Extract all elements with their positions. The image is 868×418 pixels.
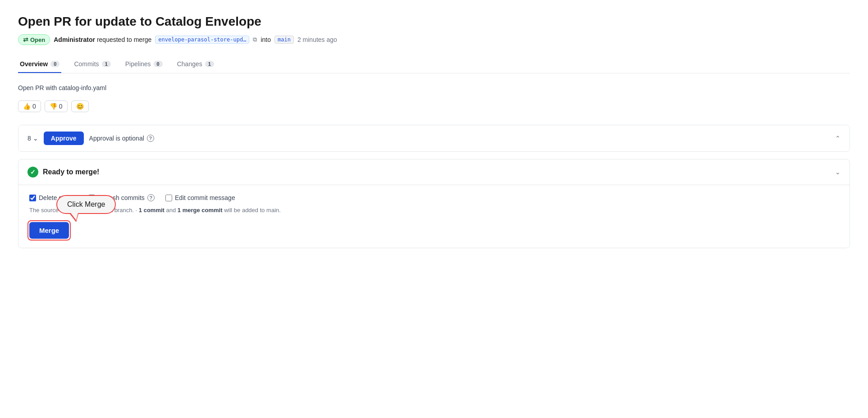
tab-changes-badge: 1 [205,61,214,67]
approval-header: 8 ⌄ Approve Approval is optional ? ⌃ [18,125,850,151]
pr-status-text: Open [30,36,45,43]
into-label: into [260,36,271,43]
emoji-reaction[interactable]: 😊 [71,100,89,112]
merge-info: The source branch nd the target branch. … [29,206,839,215]
approval-optional: Approval is optional ? [89,135,154,142]
reviewer-count-number: 8 [27,135,31,142]
approval-optional-text: Approval is optional [89,135,144,142]
merge-check-icon: ✓ [27,167,38,177]
pr-time: 2 minutes ago [297,36,337,43]
edit-commit-message-option[interactable]: Edit commit message [165,194,235,201]
squash-help-icon[interactable]: ? [147,194,155,201]
source-branch-link[interactable]: nd [80,207,86,214]
reactions: 👍 0 👎 0 😊 [18,100,850,112]
merge-body: Delete source Squash commits ? Edit comm… [18,185,850,248]
delete-source-option[interactable]: Delete source [29,194,78,201]
approval-help-icon[interactable]: ? [147,135,154,142]
tab-pipelines[interactable]: Pipelines 0 [123,56,164,73]
pr-description: Open PR with catalog-info.yaml [18,84,850,91]
thumbs-up-icon: 👍 [23,103,31,110]
merge-section: ✓ Ready to merge! ⌄ Delete source Squash… [18,159,850,248]
merge-status: ✓ Ready to merge! [27,167,99,177]
tab-overview-label: Overview [20,60,48,68]
approval-section: 8 ⌄ Approve Approval is optional ? ⌃ [18,125,850,152]
pr-meta: ⇄ Open Administrator requested to merge … [18,34,850,45]
pr-status-icon: ⇄ [23,36,28,43]
chevron-down-small-icon: ⌄ [33,135,38,142]
tab-overview-badge: 0 [50,61,59,67]
source-branch[interactable]: envelope-parasol-store-upd… [155,36,249,44]
callout-overlay: Click Merge Merge [29,222,69,239]
approval-collapse-icon[interactable]: ⌃ [835,135,841,142]
target-branch: main [274,36,294,44]
tabs: Overview 0 Commits 1 Pipelines 0 Changes… [18,56,850,73]
approval-left: 8 ⌄ Approve Approval is optional ? [27,132,154,145]
target-branch-name: main [278,36,291,43]
tab-changes-label: Changes [177,60,202,68]
squash-commits-label: Squash commits [98,194,144,201]
source-branch-name: envelope-parasol-store-upd… [158,36,246,43]
thumbs-down-icon: 👎 [50,103,57,110]
reviewer-count[interactable]: 8 ⌄ [27,135,38,142]
page-title: Open PR for update to Catalog Envelope [18,14,850,29]
merge-expand-icon[interactable]: ⌄ [835,168,841,176]
merge-status-text: Ready to merge! [43,168,99,176]
tab-overview[interactable]: Overview 0 [18,56,61,73]
thumbs-up-count: 0 [32,103,36,110]
merge-header: ✓ Ready to merge! ⌄ [18,159,850,185]
tab-commits-label: Commits [74,60,99,68]
tab-changes[interactable]: Changes 1 [175,56,216,73]
tab-pipelines-label: Pipelines [125,60,151,68]
edit-commit-message-checkbox[interactable] [165,195,172,201]
squash-commits-option[interactable]: Squash commits ? [88,194,154,201]
edit-commit-message-label: Edit commit message [175,194,235,201]
delete-source-label: Delete source [39,194,78,201]
tab-commits[interactable]: Commits 1 [72,56,112,73]
merge-button-wrapper: Click Merge Merge [29,222,69,239]
thumbs-down-reaction[interactable]: 👎 0 [45,100,68,112]
pr-author: Administrator requested to merge [54,36,151,43]
copy-branch-icon[interactable]: ⧉ [253,36,257,43]
merge-button[interactable]: Merge [29,222,69,239]
thumbs-up-reaction[interactable]: 👍 0 [18,100,41,112]
thumbs-down-count: 0 [59,103,63,110]
delete-source-checkbox[interactable] [29,195,36,201]
tab-pipelines-badge: 0 [154,61,163,67]
squash-commits-checkbox[interactable] [88,195,95,201]
merge-options: Delete source Squash commits ? Edit comm… [29,194,839,201]
approve-button[interactable]: Approve [44,132,84,145]
tab-commits-badge: 1 [102,61,111,67]
pr-status-badge: ⇄ Open [18,34,50,45]
emoji-icon: 😊 [76,103,84,110]
